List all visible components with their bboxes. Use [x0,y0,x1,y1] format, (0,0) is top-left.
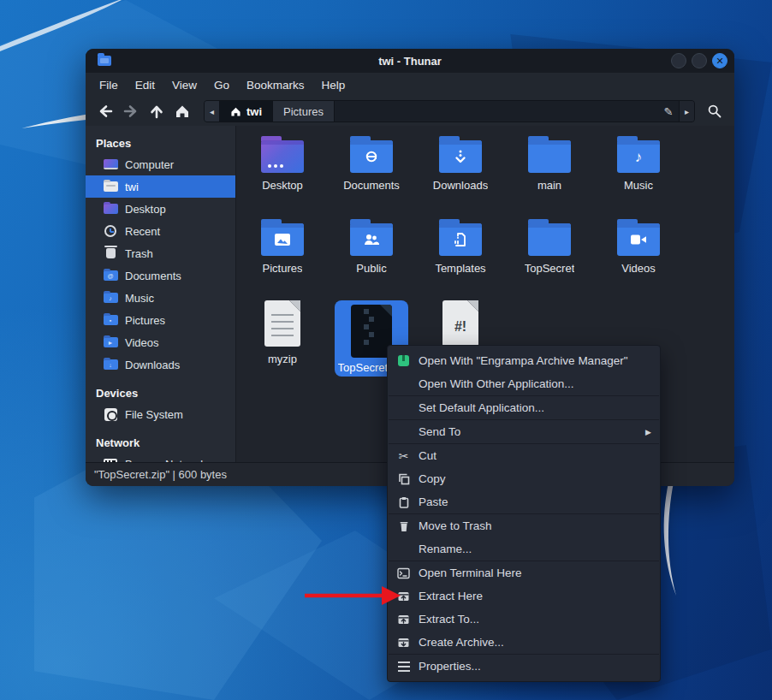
path-tab-pictures[interactable]: Pictures [273,101,335,122]
pictures-folder-icon: ▪ [103,313,118,327]
documents-folder-icon: @ [103,269,118,282]
trash-icon [396,519,411,533]
pictures-folder-icon [261,223,304,256]
sidebar: Places Computer twi Desktop Recent Trash [86,126,236,462]
file-desktop[interactable]: Desktop [238,134,327,217]
menu-item-cut[interactable]: ✂ Cut [388,444,660,467]
menu-item-move-to-trash[interactable]: Move to Trash [388,514,660,537]
file-myzip[interactable]: myzip [238,300,327,383]
public-folder-icon [350,223,393,256]
clipboard-icon [396,495,411,509]
downloads-folder-icon [439,140,482,173]
pathbar: ◂ twi Pictures ✎ ▸ [204,100,695,122]
downloads-folder-icon: ↓ [103,358,118,371]
menu-item-paste[interactable]: Paste [388,490,660,513]
file-documents[interactable]: Documents [327,134,416,217]
file-music[interactable]: ♪ Music [594,134,683,217]
shell-script-icon: #! [442,300,478,347]
path-empty-area[interactable] [335,101,658,122]
menu-item-extract-here[interactable]: Extract Here [388,584,660,608]
menubar: File Edit View Go Bookmarks Help [86,73,734,97]
forward-button[interactable] [120,100,142,122]
search-button[interactable] [704,100,726,122]
path-scroll-right-button[interactable]: ▸ [679,101,694,122]
path-scroll-left-button[interactable]: ◂ [205,101,220,122]
desktop-folder-icon [103,202,118,216]
file-main[interactable]: main [505,134,594,217]
sidebar-header-places: Places [86,133,235,153]
sidebar-header-network: Network [86,432,235,453]
home-button[interactable] [171,100,193,122]
sidebar-item-recent[interactable]: Recent [86,220,235,242]
computer-icon [103,157,118,171]
search-icon [707,104,722,119]
sidebar-item-pictures[interactable]: ▪ Pictures [86,309,235,331]
home-folder-icon [103,180,118,193]
back-button[interactable] [94,100,116,122]
menu-item-send-to[interactable]: Send To ▶ [388,420,660,443]
videos-folder-icon: ► [103,335,118,349]
menu-item-open-terminal-here[interactable]: Open Terminal Here [388,561,660,584]
sidebar-item-computer[interactable]: Computer [86,153,235,175]
menu-view[interactable]: View [163,75,205,95]
menu-item-rename[interactable]: Rename... [388,537,660,561]
context-menu: Open With "Engrampa Archive Manager" Ope… [387,345,661,682]
list-lines-icon [396,659,411,673]
menu-help[interactable]: Help [313,75,354,95]
window-title: twi - Thunar [86,55,734,68]
engrampa-icon [396,353,411,368]
copy-icon [396,472,411,486]
path-tab-home[interactable]: twi [220,101,273,122]
harddisk-icon [103,407,118,421]
menu-bookmarks[interactable]: Bookmarks [238,75,313,95]
minimize-button[interactable] [671,53,686,68]
sidebar-item-twi[interactable]: twi [86,175,235,198]
home-icon [176,106,188,118]
terminal-icon [396,566,411,580]
sidebar-item-documents[interactable]: @ Documents [86,264,235,287]
sidebar-item-browse-network[interactable]: Browse Network [86,453,235,462]
text-document-icon [264,300,300,347]
plain-folder-icon [528,140,571,173]
up-button[interactable] [145,100,168,122]
forward-arrow-icon [125,107,135,116]
sidebar-item-file-system[interactable]: File System [86,403,235,425]
sidebar-item-trash[interactable]: Trash [86,242,235,264]
titlebar[interactable]: twi - Thunar ✕ [86,49,734,73]
sidebar-header-devices: Devices [86,383,235,403]
menu-item-create-archive[interactable]: Create Archive... [388,631,660,654]
annotation-arrow [301,583,402,608]
plain-folder-icon [528,223,571,256]
home-icon [230,106,241,117]
menu-go[interactable]: Go [205,75,238,95]
sidebar-item-downloads[interactable]: ↓ Downloads [86,353,235,376]
archive-add-icon [396,635,411,650]
menu-item-copy[interactable]: Copy [388,467,660,490]
menu-edit[interactable]: Edit [127,75,163,95]
file-topsecret-folder[interactable]: TopSecret [505,217,594,300]
file-downloads[interactable]: Downloads [416,134,505,217]
menu-item-properties[interactable]: Properties... [388,655,660,678]
window-folder-icon [98,56,111,66]
file-videos[interactable]: Videos [594,217,683,300]
close-button[interactable]: ✕ [712,53,727,68]
file-pictures[interactable]: Pictures [238,217,327,300]
edit-path-button[interactable]: ✎ [658,101,679,122]
menu-item-extract-to[interactable]: Extract To... [388,608,660,631]
extract-icon [396,612,411,626]
maximize-button[interactable] [692,53,707,68]
menu-item-open-with-other[interactable]: Open With Other Application... [388,372,660,395]
sidebar-item-music[interactable]: ♪ Music [86,287,235,309]
trash-icon [103,246,118,260]
music-folder-icon: ♪ [617,140,660,173]
clock-icon [103,224,118,238]
sidebar-item-desktop[interactable]: Desktop [86,198,235,220]
desktop-folder-icon [261,140,304,173]
file-public[interactable]: Public [327,217,416,300]
sidebar-item-videos[interactable]: ► Videos [86,331,235,353]
menu-file[interactable]: File [91,75,127,95]
toolbar: ◂ twi Pictures ✎ ▸ [86,97,734,126]
menu-item-set-default-application[interactable]: Set Default Application... [388,396,660,419]
menu-item-open-with-engrampa[interactable]: Open With "Engrampa Archive Manager" [388,349,660,372]
file-templates[interactable]: Templates [416,217,505,300]
